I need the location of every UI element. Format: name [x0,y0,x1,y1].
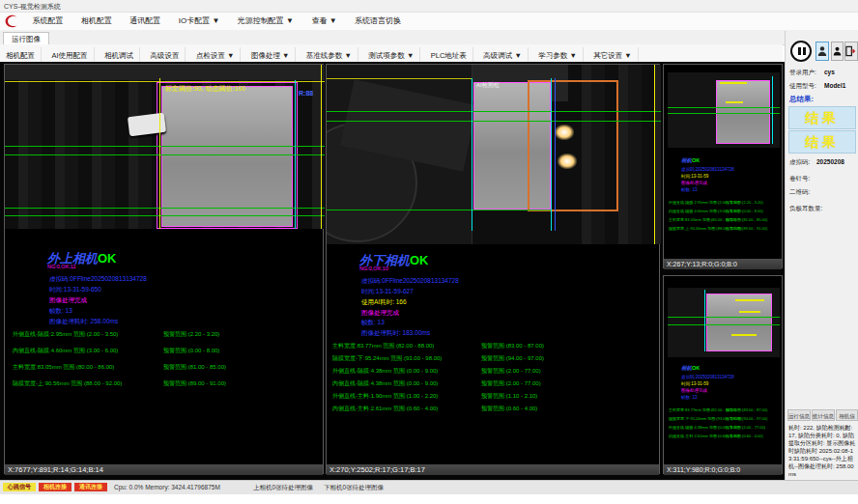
menu-item-language-switch[interactable]: 系统语言切换 [348,13,408,30]
measurement-row: 外侧直线-主料:1.90mm 范围:(1.00 - 2.20) 预警范围:(1.… [327,392,659,402]
result-box-1: 结果 [788,106,856,129]
toolbar-ai-config[interactable]: AI使用配置 [45,47,94,63]
measurement-value: 隔膜宽度-上:90.56mm 范围:(88.00 - 92.00) [13,379,122,388]
roi-rect-orange [528,80,618,211]
done-line: 图像处理完成 [681,388,707,393]
baseline-green-3 [327,210,551,210]
camera-connection-badge: 相机连接 [39,483,72,491]
toolbar-plc-address[interactable]: PLC地址表 [425,47,473,63]
camera-view-left[interactable]: 标定阈值:93, 动态阈值:100 R:88 外上相机OK NG:0,OK:11… [4,64,324,474]
baseline-green-1 [668,107,780,108]
edge-line-cyan [704,290,705,351]
camera-name-text: 相机 [681,157,692,163]
camera-left-counter: NG:0,OK:11 [47,264,76,269]
camera-view-small-bottom[interactable]: 相机OK 虚拟码:2025020813134728 时间:13-31-59 图像… [663,275,783,474]
measurement-warn: 预警范围:(2.00 - 77.00) [481,379,541,388]
pause-icon [798,47,801,55]
frames-line: 帧数: 13 [681,395,698,400]
total-result-label: 总结果: [789,95,814,104]
edge-line-cyan-left [472,78,472,231]
upper-camera-queue-text: 上相机0张待处理图像 [253,484,313,492]
toolbar-baseline-params[interactable]: 基准线参数 ▼ [300,47,358,63]
measurement-row: 隔膜宽度-下:95.24mm 范围:(93.00 - 98.00) 预警范围:(… [327,354,659,364]
toolbar-other-settings[interactable]: 其它设置 ▼ [587,47,639,63]
toolbar-image-processing[interactable]: 图像处理 ▼ [245,47,297,63]
camera-view-center[interactable]: AI检测框 外下相机OK NG:0,OK:10 虚拟码:0FFline20250… [326,64,660,474]
done-line: 图像处理完成 [361,309,399,318]
qrcode-label: 二维码: [789,188,810,197]
menu-item-system-config[interactable]: 系统配置 [25,13,70,30]
measurement-row: 隔膜宽度-上:90.56mm 范围:(88.00 - 92.00) 预警范围:(… [5,379,323,389]
frames-line: 帧数: 13 [361,319,385,327]
camera-center-image[interactable]: AI检测框 [327,65,661,244]
menu-item-io-config[interactable]: IO卡配置 ▼ [172,13,227,30]
time-line: 时间:13-31-59 [681,381,708,386]
measurement-value: 主料宽度:83.05mm 范围:(80.00 - 86.00) [13,363,114,372]
menu-item-camera-config[interactable]: 相机配置 [74,13,119,30]
tiny-yellow-label [735,299,764,301]
camera-small-top-image[interactable] [668,72,780,148]
measurement-warn: 预警范围:(83.00 - 87.00) [481,342,544,350]
toolbar-advanced-debug[interactable]: 高级调试 ▼ [477,47,529,63]
tab-run-image[interactable]: 运行图像 [3,32,49,45]
exit-button[interactable] [844,42,858,61]
tab-camera-info[interactable]: 相机信息 [836,409,858,421]
measurement-warn: 预警范围:(2.20 - 3.20) [726,200,763,205]
tab-run-info[interactable]: 运行信息 [787,409,811,421]
user-manage-button[interactable] [831,42,844,61]
camera-small-bottom-name: 相机OK [681,365,700,372]
app-window: CYS-视觉检测系统 系统配置 相机配置 通讯配置 IO卡配置 ▼ 光源控制配置… [0,0,858,504]
pause-icon [803,47,806,55]
toolbar-camera-debug[interactable]: 相机调试 [99,47,140,63]
camera-ok-badge: OK [692,157,700,163]
edge-line-yellow-left [159,78,160,229]
material-sheet-region [716,80,770,144]
toolbar: 相机配置 AI使用配置 相机调试 高级设置 点检设置 ▼ 图像处理 ▼ 基准线参… [0,44,783,63]
right-side-panel: 登录用户: cys 使用型号: Model1 总结果: 结果 结果 虚拟码: 2… [785,31,858,480]
camera-center-counter: NG:0,OK:10 [359,266,388,271]
camera-left-image[interactable]: 标定阈值:93, 动态阈值:100 R:88 [5,65,325,229]
measurement-warn: 预警范围:(0.00 - 8.00) [726,209,763,213]
measurement-value: 隔膜宽度-下:95.24mm 范围:(93.00 - 98.00) [332,354,442,363]
tab-statistics-info[interactable]: 统计信息 [812,409,835,421]
toolbar-advanced-settings[interactable]: 高级设置 [144,47,186,63]
measurement-value: 外侧直线-隔膜:2.95mm 范围:(2.00 - 3.50) [13,330,118,339]
main-area: 标定阈值:93, 动态阈值:100 R:88 外上相机OK NG:0,OK:11… [0,62,858,480]
ai-box-label: AI检测框 [476,81,500,90]
toolbar-camera-config[interactable]: 相机配置 [0,47,42,63]
toolbar-learn-params[interactable]: 学习参数 ▼ [532,47,584,63]
menu-item-light-config[interactable]: 光源控制配置 ▼ [231,13,300,30]
time-line: 时间:13-31-59 [681,174,708,179]
done-line: 图像处理完成 [49,296,87,305]
virtual-code-label: 虚拟码: [789,158,810,167]
pause-button[interactable] [790,41,812,62]
toolbar-test-params[interactable]: 测试项参数 ▼ [362,47,420,63]
menu-item-comm-config[interactable]: 通讯配置 [123,13,167,30]
user-icon [833,45,842,57]
menu-item-view[interactable]: 查看 ▼ [304,13,343,30]
measurement-row: 隔膜宽度-上:90.56mm 范围:(88.00 - 92.00) 预警范围:(… [664,226,782,236]
measurement-value: 外侧直线-隔膜:4.38mm 范围:(0.00 - 9.00) [332,367,438,376]
run-log-text: 耗时: 222, 缺陷检测耗时: 17, 缺陷分类耗时: 0, 缺陷提取分区耗时… [788,424,856,478]
time-line: 时间:13-31-59-650 [49,286,101,294]
measurement-value: 内侧直线-隔膜:4.60mm 范围:(3.00 - 6.00) [13,347,118,355]
baseline-green-2 [327,121,661,122]
ai-time-line: 使用AI耗时: 166 [361,298,407,307]
toolbar-spot-check[interactable]: 点检设置 ▼ [190,47,242,63]
camera-small-bottom-image[interactable] [668,288,780,357]
camera-name-text: 相机 [681,365,692,371]
virtual-code-value: 20250208 [816,158,844,165]
yellow-hline [327,78,472,79]
window-titlebar: CYS-视觉检测系统 [0,0,858,13]
camera-view-small-top[interactable]: 相机OK 虚拟码:2025020813134728 时间:13-31-59 图像… [663,64,783,268]
measurement-row: 内侧直线-隔膜:4.60mm 范围:(3.00 - 6.00) 预警范围:(0.… [5,347,323,356]
measurement-value: 内侧直线-主料:2.61mm 范围:(0.60 - 4.00) [332,405,438,413]
user-login-button[interactable] [815,42,829,61]
edge-line-yellow-right [654,65,655,244]
barcode-line: 虚拟码:0FFline2025020813134728 [49,275,147,284]
measurement-row: 内侧直线-主料:2.61mm 范围:(0.60 - 4.00) 预警范围:(0.… [327,405,659,414]
measurement-warn: 预警范围:(81.00 - 85.00) [726,217,767,222]
comm-connection-badge: 通讯连接 [74,483,107,491]
model-value: Model1 [824,82,845,89]
measurement-row: 主料宽度:83.77mm 范围:(82.00 - 88.00) 预警范围:(83… [327,342,659,351]
